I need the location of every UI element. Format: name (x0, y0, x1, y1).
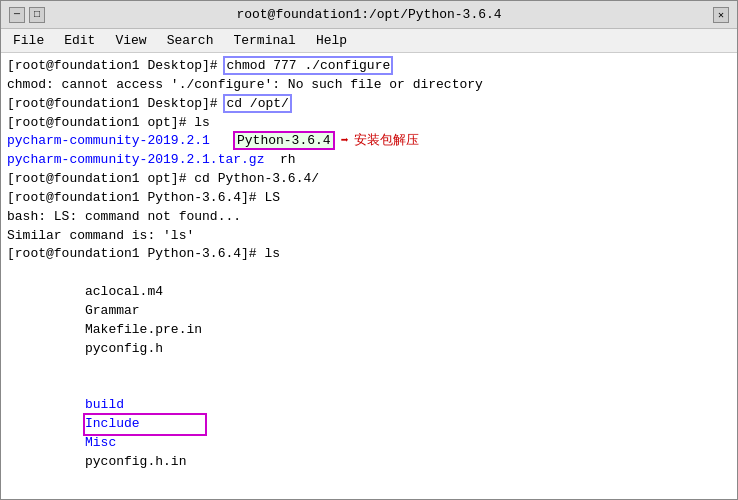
terminal-wrapper: [root@foundation1 Desktop]# chmod 777 ./… (1, 53, 737, 499)
terminal-line: [root@foundation1 Python-3.6.4]# ls (7, 245, 731, 264)
menu-bar: File Edit View Search Terminal Help (1, 29, 737, 53)
title-bar: ─ □ root@foundation1:/opt/Python-3.6.4 ✕ (1, 1, 737, 29)
terminal-line: [root@foundation1 opt]# ls (7, 114, 731, 133)
terminal-line: pycharm-community-2019.2.1.tar.gz rh (7, 151, 731, 170)
menu-help[interactable]: Help (308, 31, 355, 50)
python-package-box: Python-3.6.4 (235, 133, 333, 148)
menu-file[interactable]: File (5, 31, 52, 50)
minimize-button[interactable]: ─ (9, 7, 25, 23)
terminal-output[interactable]: [root@foundation1 Desktop]# chmod 777 ./… (1, 53, 737, 499)
terminal-line: Similar command is: 'ls' (7, 227, 731, 246)
annotation-install: 安装包解压 (354, 132, 419, 151)
terminal-line: pycharm-community-2019.2.1 Python-3.6.4 … (7, 132, 731, 151)
terminal-line: bash: LS: command not found... (7, 208, 731, 227)
terminal-line: [root@foundation1 opt]# cd Python-3.6.4/ (7, 170, 731, 189)
dir-listing: aclocal.m4 Grammar Makefile.pre.in pycon… (7, 264, 731, 499)
cmd-highlight-chmod: chmod 777 ./configure (225, 58, 391, 73)
menu-view[interactable]: View (107, 31, 154, 50)
menu-search[interactable]: Search (159, 31, 222, 50)
maximize-button[interactable]: □ (29, 7, 45, 23)
terminal-line: [root@foundation1 Desktop]# chmod 777 ./… (7, 57, 731, 76)
cmd-highlight-cd: cd /opt/ (225, 96, 289, 111)
close-button[interactable]: ✕ (713, 7, 729, 23)
window-title: root@foundation1:/opt/Python-3.6.4 (69, 7, 669, 22)
terminal-line: chmod: cannot access './configure': No s… (7, 76, 731, 95)
terminal-line: [root@foundation1 Python-3.6.4]# LS (7, 189, 731, 208)
terminal-line: [root@foundation1 Desktop]# cd /opt/ (7, 95, 731, 114)
menu-terminal[interactable]: Terminal (225, 31, 303, 50)
menu-edit[interactable]: Edit (56, 31, 103, 50)
terminal-window: ─ □ root@foundation1:/opt/Python-3.6.4 ✕… (0, 0, 738, 500)
